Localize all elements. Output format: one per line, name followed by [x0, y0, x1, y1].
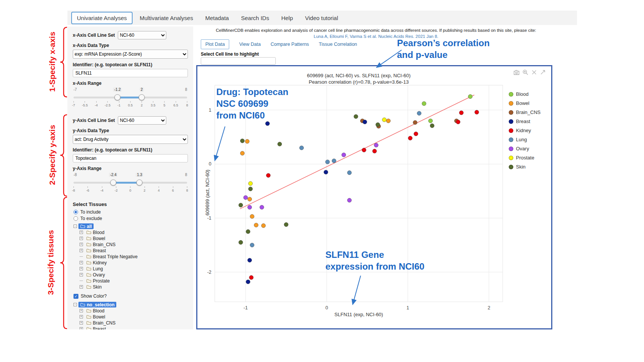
slider-high-handle[interactable]	[136, 179, 142, 186]
tree-item-breast[interactable]: +Breast	[73, 326, 188, 329]
expander-icon[interactable]: +	[80, 321, 83, 325]
data-point-kidney[interactable]	[266, 173, 270, 178]
data-point-ovary[interactable]	[244, 195, 248, 200]
legend-item-lung[interactable]: Lung	[509, 137, 541, 142]
expander-icon[interactable]: +	[80, 249, 83, 252]
data-point-prostate[interactable]	[249, 181, 253, 186]
x-axis-range-slider[interactable]: -78-1.22-7-5.5-4-2.5-10.523.556.58	[73, 87, 187, 111]
highlight-cell-line-input[interactable]	[201, 57, 276, 65]
data-point-skin[interactable]	[376, 123, 380, 127]
data-point-lung[interactable]	[347, 171, 352, 175]
x-identifier-input[interactable]	[73, 69, 188, 77]
expander-icon[interactable]: +	[80, 273, 83, 276]
nav-tab-search-ids[interactable]: Search IDs	[236, 12, 274, 23]
data-point-blood[interactable]	[422, 101, 426, 106]
data-point-kidney[interactable]	[459, 111, 463, 115]
y-axis-range-slider[interactable]: -88-2.41.3-8-6-4-202468	[73, 173, 187, 196]
data-point-bowel[interactable]	[245, 139, 249, 144]
nav-tab-multivariate[interactable]: Multivariate Analyses	[135, 12, 198, 23]
x-data-type-select[interactable]: exp: mRNA Expression (Z-Score)	[73, 50, 188, 59]
tab-view-data[interactable]: View Data	[239, 42, 261, 47]
tree-item-label[interactable]: Bowel	[84, 236, 107, 241]
data-point-skin[interactable]	[278, 142, 282, 146]
tree-root[interactable]: no_selection	[78, 302, 116, 307]
data-point-ovary[interactable]	[374, 143, 378, 147]
data-point-kidney[interactable]	[249, 275, 253, 279]
data-point-breast[interactable]	[266, 122, 270, 126]
legend-item-blood[interactable]: Blood	[509, 91, 541, 97]
tree-item-skin[interactable]: +Skin	[73, 284, 188, 290]
data-point-kidney[interactable]	[408, 136, 412, 140]
slider-high-handle[interactable]	[139, 94, 145, 100]
expander-icon[interactable]: +	[80, 327, 83, 329]
y-cell-line-set-select[interactable]: NCI-60	[118, 116, 166, 125]
nav-tab-metadata[interactable]: Metadata	[200, 12, 234, 23]
tree-item-label[interactable]: Kidney	[84, 260, 109, 265]
tab-compare-patterns[interactable]: Compare Patterns	[270, 42, 309, 47]
expander-icon[interactable]: +	[80, 243, 83, 246]
data-point-bowel[interactable]	[250, 214, 254, 218]
tree-item-kidney[interactable]: +Kidney	[73, 260, 188, 265]
data-point-skin[interactable]	[354, 114, 358, 119]
tree-item-label[interactable]: Brain_CNS	[84, 320, 117, 326]
expander-icon[interactable]: +	[80, 309, 83, 312]
show-color-checkbox[interactable]: ✓ Show Color?	[73, 293, 188, 299]
tab-tissue-correlation[interactable]: Tissue Correlation	[319, 42, 357, 47]
to-exclude-radio[interactable]: To exclude	[73, 216, 188, 221]
tree-item-label[interactable]: Ovary	[84, 272, 107, 278]
nav-tab-help[interactable]: Help	[276, 12, 298, 23]
tree-item-blood[interactable]: +Blood	[73, 229, 188, 235]
data-point-bowel[interactable]	[386, 119, 391, 123]
data-point-bowel[interactable]	[261, 223, 266, 228]
data-point-skin[interactable]	[430, 123, 434, 128]
y-data-type-select[interactable]: act: Drug Activity	[73, 135, 188, 144]
nav-tab-video-tutorial[interactable]: Video tutorial	[300, 12, 343, 23]
data-point-lung[interactable]	[300, 146, 304, 150]
y-identifier-input[interactable]	[73, 154, 188, 162]
tree-item-label[interactable]: Blood	[84, 308, 106, 314]
data-point-bowel[interactable]	[240, 151, 244, 155]
expander-icon[interactable]: +	[80, 237, 83, 240]
data-point-skin[interactable]	[239, 240, 243, 245]
data-point-kidney[interactable]	[372, 149, 377, 153]
tree-item-lung[interactable]: +Lung	[73, 266, 188, 272]
citation-link[interactable]: Luna A, Elloumi F, Varma S et al. Nuclei…	[199, 34, 553, 39]
tree-item-prostate[interactable]: Prostate	[73, 278, 188, 284]
expander-icon[interactable]: -	[73, 303, 77, 306]
tree-item-brain-cns[interactable]: +Brain_CNS	[73, 242, 188, 247]
legend-item-breast[interactable]: Breast	[509, 119, 541, 124]
tree-item-label[interactable]: Breast	[84, 248, 108, 253]
data-point-skin[interactable]	[284, 223, 288, 227]
data-point-lung[interactable]	[325, 160, 330, 164]
data-point-skin[interactable]	[246, 229, 250, 234]
data-point-kidney[interactable]	[475, 110, 479, 114]
tree-item-bowel[interactable]: +Bowel	[73, 314, 188, 320]
tree-item-bowel[interactable]: +Bowel	[73, 236, 188, 241]
tree-item-label[interactable]: Breast	[84, 326, 108, 329]
tree-item-breast[interactable]: +Breast	[73, 248, 188, 253]
tree-item-label[interactable]: Skin	[84, 284, 103, 290]
data-point-ovary[interactable]	[347, 198, 352, 202]
data-point-lung[interactable]	[417, 111, 421, 115]
data-point-prostate[interactable]	[382, 118, 386, 122]
data-point-kidney[interactable]	[362, 148, 366, 152]
data-point-skin[interactable]	[239, 203, 243, 207]
tab-plot-data[interactable]: Plot Data	[201, 39, 229, 49]
nav-tab-univariate[interactable]: Univariate Analyses	[71, 12, 133, 24]
tree-item-breast-triple-negative[interactable]: Breast Triple Negative	[73, 254, 188, 259]
tree-item-blood[interactable]: +Blood	[73, 308, 188, 314]
legend-item-ovary[interactable]: Ovary	[509, 146, 541, 151]
data-point-ovary[interactable]	[248, 205, 252, 209]
expander-icon[interactable]: +	[80, 261, 83, 264]
expander-icon[interactable]: +	[80, 231, 83, 234]
tree-item-label[interactable]: Blood	[84, 229, 106, 235]
legend-item-kidney[interactable]: Kidney	[509, 128, 541, 133]
data-point-ovary[interactable]	[260, 205, 264, 209]
expander-icon[interactable]: -	[73, 225, 77, 228]
data-point-breast[interactable]	[248, 258, 252, 262]
slider-low-handle[interactable]	[110, 179, 116, 186]
data-point-blood[interactable]	[468, 94, 472, 98]
data-point-lung[interactable]	[250, 243, 254, 247]
data-point-bowel[interactable]	[254, 223, 258, 227]
tree-root[interactable]: all	[78, 223, 94, 229]
